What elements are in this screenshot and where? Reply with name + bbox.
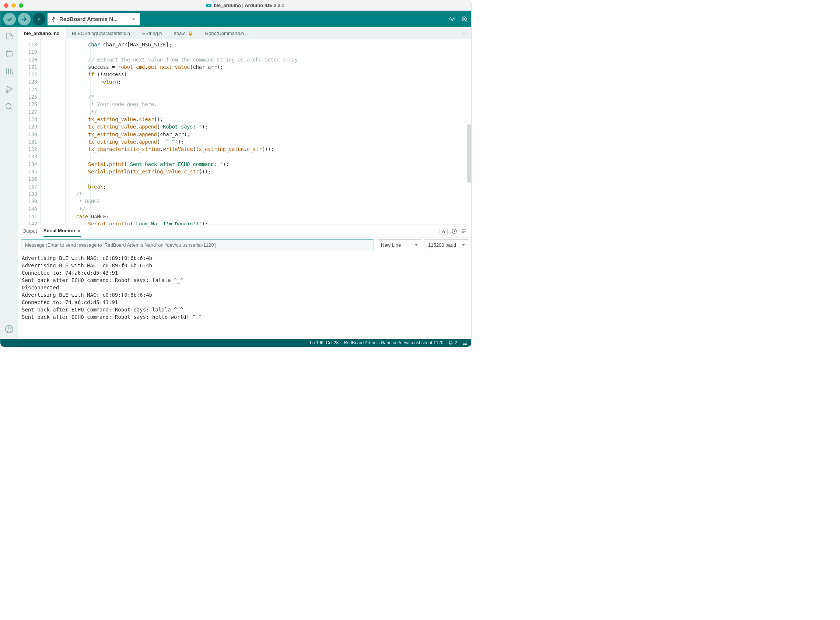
- board-manager-icon[interactable]: [4, 48, 14, 59]
- serial-plotter-button[interactable]: [448, 15, 456, 23]
- account-icon[interactable]: [4, 324, 14, 334]
- maximize-window-button[interactable]: [19, 3, 23, 8]
- svg-rect-31: [463, 341, 467, 344]
- svg-line-23: [10, 108, 12, 110]
- line-gutter: 118 119 120 121 122 123 124 125 126 127 …: [18, 39, 40, 224]
- svg-line-19: [12, 69, 12, 74]
- window-title-text: ble_arduino | Arduino IDE 2.2.1: [214, 3, 284, 8]
- baud-rate-dropdown[interactable]: 115200 baud: [424, 239, 468, 250]
- svg-point-25: [8, 327, 10, 329]
- close-icon[interactable]: ×: [78, 228, 81, 234]
- editor-tabs: ble_arduino.ino BLECStringCharacteristic…: [18, 27, 471, 39]
- usb-icon: [51, 16, 56, 23]
- library-manager-icon[interactable]: [4, 66, 14, 77]
- svg-point-22: [6, 104, 11, 108]
- debug-panel-icon[interactable]: [4, 84, 14, 94]
- svg-marker-4: [53, 17, 54, 18]
- tab-blecstring[interactable]: BLECStringCharacteristic.h: [66, 27, 136, 39]
- tab-estring[interactable]: EString.h: [136, 27, 168, 39]
- arduino-logo-icon: ∞: [206, 4, 211, 8]
- tab-ble-arduino[interactable]: ble_arduino.ino: [18, 27, 66, 39]
- tab-serial-monitor[interactable]: Serial Monitor ×: [44, 226, 81, 237]
- status-close-panel-icon[interactable]: [462, 340, 468, 345]
- editor-scrollbar[interactable]: [467, 39, 471, 224]
- upload-button[interactable]: [18, 13, 30, 26]
- svg-marker-1: [38, 17, 41, 21]
- search-icon[interactable]: [4, 102, 14, 112]
- verify-button[interactable]: [3, 13, 16, 26]
- svg-point-8: [464, 18, 465, 19]
- window-controls: [4, 3, 23, 8]
- code-content[interactable]: char char_arr[MAX_MSG_SIZE]; // Extract …: [40, 39, 471, 224]
- tabs-overflow[interactable]: ···: [458, 27, 471, 39]
- titlebar: ∞ ble_arduino | Arduino IDE 2.2.1: [0, 0, 471, 11]
- tab-robotcommand[interactable]: RobotCommand.h: [199, 27, 250, 39]
- tab-itoa[interactable]: itoa.c 🔒: [168, 27, 199, 39]
- serial-message-input[interactable]: [21, 239, 374, 250]
- status-bar: Ln 196, Col 28 RedBoard Artemis Nano on …: [0, 339, 471, 347]
- svg-line-7: [466, 20, 467, 22]
- status-board[interactable]: RedBoard Artemis Nano on /dev/cu.usbseri…: [344, 340, 443, 345]
- debug-button[interactable]: [33, 13, 45, 26]
- sketchbook-icon[interactable]: [4, 31, 14, 41]
- svg-rect-9: [6, 51, 12, 56]
- lock-icon: 🔒: [188, 31, 193, 36]
- clock-icon[interactable]: [451, 228, 457, 234]
- svg-point-3: [53, 21, 54, 21]
- panel-collapse-button[interactable]: [440, 228, 448, 235]
- window-title: ∞ ble_arduino | Arduino IDE 2.2.1: [23, 3, 468, 8]
- bottom-panel: Output Serial Monitor ×: [18, 224, 471, 339]
- tab-output[interactable]: Output: [23, 226, 37, 236]
- status-notifications[interactable]: 2: [448, 340, 457, 345]
- code-editor[interactable]: 118 119 120 121 122 123 124 125 126 127 …: [18, 39, 471, 224]
- chevron-down-icon: [131, 17, 136, 21]
- line-ending-dropdown[interactable]: New Line: [377, 239, 421, 250]
- minimize-window-button[interactable]: [11, 3, 16, 8]
- close-window-button[interactable]: [4, 3, 9, 8]
- serial-output[interactable]: Advertising BLE with MAC: c0:89:f0:6b:6:…: [18, 252, 471, 339]
- svg-marker-5: [133, 18, 135, 20]
- toolbar: RedBoard Artemis N...: [0, 11, 471, 27]
- board-selector[interactable]: RedBoard Artemis N...: [48, 13, 140, 26]
- status-cursor[interactable]: Ln 196, Col 28: [310, 340, 339, 345]
- clear-output-icon[interactable]: [461, 228, 467, 234]
- board-selector-label: RedBoard Artemis N...: [59, 16, 118, 22]
- serial-monitor-button[interactable]: [461, 15, 468, 23]
- activity-bar: [0, 27, 18, 339]
